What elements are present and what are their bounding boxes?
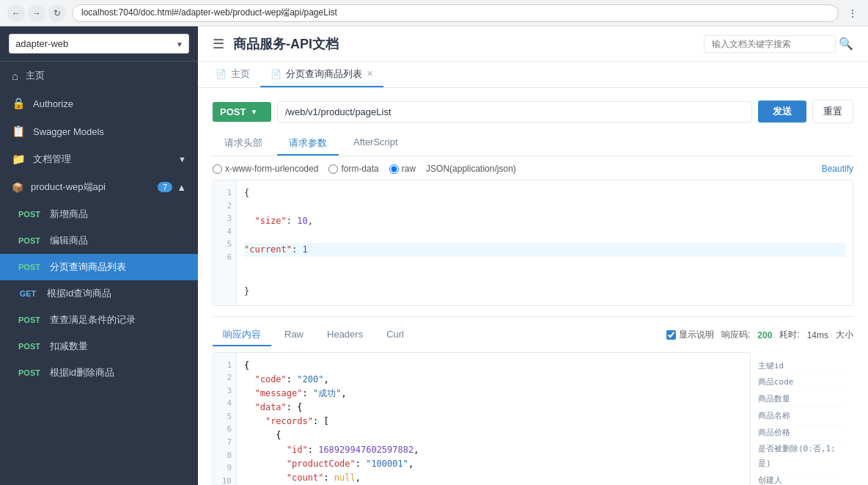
radio-urlencoded[interactable]: x-www-form-urlencoded	[213, 164, 318, 174]
response-meta: 显示说明 响应码: 200 耗时: 14ms 大小	[666, 329, 853, 341]
desc-item-price: 商品价格	[758, 425, 846, 442]
sidebar-item-home[interactable]: ⌂ 主页	[0, 62, 198, 90]
tab-main-label: 主页	[231, 68, 250, 81]
radio-raw-label: raw	[402, 164, 416, 174]
response-line-numbers: 12345 678910 111213	[213, 353, 237, 486]
extensions-button[interactable]: ⋮	[845, 5, 861, 21]
method-badge-post: POST	[15, 315, 44, 325]
sidebar-filemgmt-label: 文档管理	[33, 153, 71, 166]
browser-nav-buttons: ← → ↻	[7, 4, 66, 22]
api-label: 扣减数量	[50, 340, 88, 353]
file-mgmt-icon: 📁	[12, 153, 26, 166]
resp-tab-raw[interactable]: Raw	[274, 325, 314, 345]
sidebar-item-file-mgmt[interactable]: 📁 文档管理 ▼	[0, 145, 198, 173]
response-section: 响应内容 Raw Headers Curl 显示说明 响应码: 200 耗时: …	[213, 316, 853, 486]
api-item-page-list[interactable]: POST 分页查询商品列表	[0, 254, 198, 280]
method-label: POST	[220, 106, 246, 117]
size-label: 大小	[836, 329, 853, 341]
sidebar-swagger-label: Swagger Models	[33, 126, 104, 137]
browser-bar: ← → ↻ localhost:7040/doc.html#/adapter-w…	[0, 0, 868, 26]
tab-doc-icon: 📄	[271, 69, 282, 79]
address-bar[interactable]: localhost:7040/doc.html#/adapter-web/pro…	[72, 4, 839, 22]
method-select[interactable]: POST ▼	[213, 102, 271, 122]
content-type-selector[interactable]: JSON(application/json)	[426, 164, 516, 174]
status-code: 200	[757, 330, 772, 340]
reset-button[interactable]: 重置	[812, 100, 853, 123]
app-body: adapter-web ▼ ⌂ 主页 🔒 Authorize 📋 Swagger…	[0, 26, 868, 485]
home-icon: ⌂	[12, 70, 18, 82]
resp-tab-content[interactable]: 响应内容	[213, 324, 271, 346]
sidebar-item-authorize[interactable]: 🔒 Authorize	[0, 90, 198, 117]
method-badge-post: POST	[15, 209, 44, 219]
search-box: 🔍	[704, 35, 853, 53]
request-url-bar: POST ▼ 发送 重置	[213, 100, 853, 123]
radio-urlencoded-label: x-www-form-urlencoded	[225, 164, 318, 174]
api-item-add-product[interactable]: POST 新增商品	[0, 201, 198, 227]
api-section-badge: 7	[158, 182, 172, 192]
menu-icon[interactable]: ☰	[213, 36, 224, 52]
api-section-icon: 📦	[12, 182, 23, 193]
authorize-icon: 🔒	[12, 97, 26, 110]
resp-tab-headers[interactable]: Headers	[317, 325, 373, 345]
tabs-bar: 📄 主页 📄 分页查询商品列表 ✕	[198, 62, 868, 88]
show-desc-checkbox[interactable]	[666, 330, 676, 340]
method-badge-post: POST	[15, 262, 44, 272]
tab-main[interactable]: 📄 主页	[205, 62, 260, 87]
browser-actions: ⋮	[845, 5, 861, 21]
api-item-delete-by-id[interactable]: POST 根据id删除商品	[0, 360, 198, 386]
radio-formdata-label: form-data	[341, 164, 378, 174]
send-button[interactable]: 发送	[758, 101, 806, 123]
url-text: localhost:7040/doc.html#/adapter-web/pro…	[81, 7, 337, 19]
api-item-edit-product[interactable]: POST 编辑商品	[0, 227, 198, 254]
radio-form-data[interactable]: form-data	[328, 164, 378, 174]
request-code-editor[interactable]: 1 2 3 4 5 6 { "size": 10, "current": 1 }	[213, 180, 853, 306]
sidebar: adapter-web ▼ ⌂ 主页 🔒 Authorize 📋 Swagger…	[0, 26, 198, 485]
response-code-area: 12345 678910 111213 { "code": "200", "me…	[213, 352, 853, 486]
response-desc: 主键id 商品code 商品数量 商品名称 商品价格 是否被删除(0:否,1:是…	[751, 352, 853, 486]
sub-tab-headers[interactable]: 请求头部	[213, 132, 274, 156]
sidebar-authorize-label: Authorize	[33, 98, 73, 109]
status-code-label: 响应码:	[721, 329, 750, 341]
method-badge-post: POST	[15, 368, 44, 378]
url-input[interactable]	[277, 101, 752, 123]
desc-item-created-by: 创建人	[758, 473, 846, 485]
sub-tab-params[interactable]: 请求参数	[277, 132, 339, 156]
method-dropdown-icon: ▼	[250, 108, 257, 116]
response-code-content: { "code": "200", "message": "成功", "data"…	[237, 353, 750, 486]
api-item-query-records[interactable]: POST 查查满足条件的记录	[0, 307, 198, 333]
api-label: 查查满足条件的记录	[50, 313, 136, 327]
forward-button[interactable]: →	[28, 4, 45, 22]
search-icon[interactable]: 🔍	[839, 37, 853, 51]
tab-close-icon[interactable]: ✕	[367, 69, 373, 79]
sidebar-item-swagger-models[interactable]: 📋 Swagger Models	[0, 117, 198, 145]
api-label: 分页查询商品列表	[50, 260, 126, 274]
tab-page-list[interactable]: 📄 分页查询商品列表 ✕	[260, 62, 383, 87]
sidebar-home-label: 主页	[26, 69, 45, 82]
method-badge-post: POST	[15, 236, 44, 246]
radio-raw[interactable]: raw	[389, 164, 416, 174]
desc-item-deleted: 是否被删除(0:否,1:是)	[758, 441, 846, 473]
project-select[interactable]: adapter-web	[9, 34, 189, 54]
request-code-content[interactable]: { "size": 10, "current": 1 }	[237, 180, 853, 305]
time-label: 耗时:	[779, 329, 799, 341]
search-input[interactable]	[704, 35, 836, 53]
refresh-button[interactable]: ↻	[48, 4, 66, 22]
response-code-editor[interactable]: 12345 678910 111213 { "code": "200", "me…	[213, 352, 751, 486]
resp-tab-curl[interactable]: Curl	[376, 325, 414, 345]
api-item-get-by-id[interactable]: GET 根据id查询商品	[0, 280, 198, 307]
back-button[interactable]: ←	[7, 4, 25, 22]
api-item-deduct-qty[interactable]: POST 扣减数量	[0, 333, 198, 360]
sub-tab-afterscript[interactable]: AfterScript	[342, 132, 410, 156]
page-title: 商品服务-API文档	[233, 35, 339, 53]
desc-item-name: 商品名称	[758, 408, 846, 425]
api-section-header[interactable]: 📦 product-wep端api 7 ▲	[0, 173, 198, 201]
main-content: POST ▼ 发送 重置 请求头部 请求参数 AfterScript x-www…	[198, 88, 868, 485]
radio-group: x-www-form-urlencoded form-data raw JSON…	[213, 164, 853, 174]
desc-item-count: 商品数量	[758, 391, 846, 408]
beautify-button[interactable]: Beautify	[822, 164, 853, 174]
api-label: 根据id查询商品	[47, 287, 111, 300]
time-value: 14ms	[807, 330, 828, 340]
show-desc-text: 显示说明	[679, 329, 714, 341]
show-desc-label[interactable]: 显示说明	[666, 329, 714, 341]
section-collapse-icon: ▲	[177, 182, 186, 193]
